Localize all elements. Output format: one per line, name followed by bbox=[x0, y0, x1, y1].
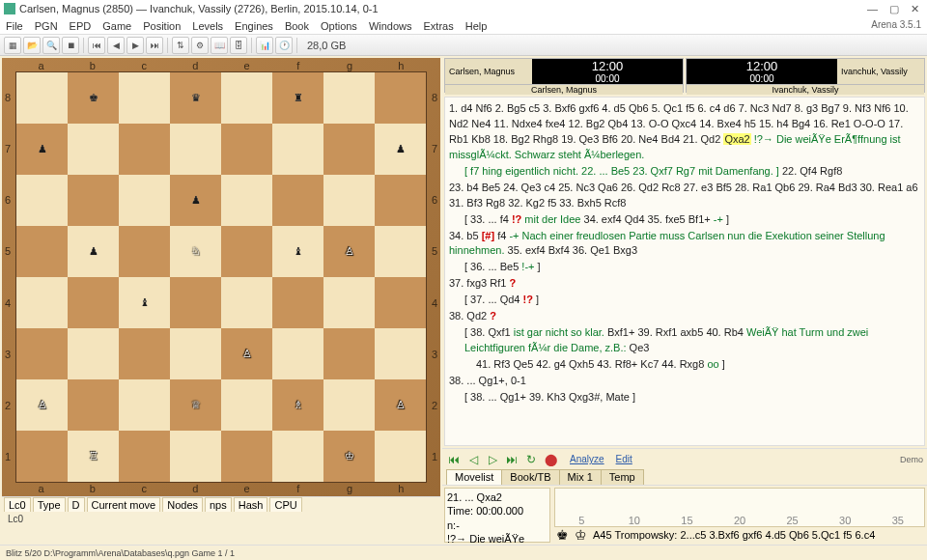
square[interactable]: ♝ bbox=[272, 226, 323, 277]
move-text[interactable]: ] bbox=[533, 294, 539, 305]
move-text[interactable]: 37. fxg3 Rf1 bbox=[449, 277, 509, 289]
chessboard[interactable]: abcdefgh abcdefgh 87654321 87654321 ♚♛♜♟… bbox=[2, 58, 440, 496]
square[interactable] bbox=[68, 379, 119, 431]
square[interactable] bbox=[119, 124, 170, 175]
move-text[interactable]: 38. ... Qg1+, 0-1 bbox=[449, 375, 526, 386]
square[interactable] bbox=[119, 431, 170, 482]
menu-options[interactable]: Options bbox=[321, 20, 357, 32]
square[interactable] bbox=[272, 431, 323, 482]
square[interactable]: ♙ bbox=[16, 379, 68, 431]
square[interactable] bbox=[68, 328, 119, 379]
square[interactable] bbox=[16, 328, 68, 379]
nav-play-icon[interactable]: ⬤ bbox=[543, 452, 558, 467]
tb-db-icon[interactable]: 🗄 bbox=[230, 37, 247, 54]
square[interactable] bbox=[119, 328, 170, 379]
square[interactable]: ♟ bbox=[375, 124, 426, 175]
square[interactable]: ♟ bbox=[170, 175, 221, 226]
square[interactable] bbox=[375, 277, 426, 328]
tb-prev-icon[interactable]: ◀ bbox=[107, 37, 125, 54]
board-grid[interactable]: ♚♛♜♟♟♟♟♘♝♙♝♙♙♕♗♙♖♔ bbox=[15, 71, 427, 483]
move-text[interactable]: ] bbox=[719, 358, 725, 370]
square[interactable] bbox=[170, 124, 221, 175]
square[interactable] bbox=[68, 124, 119, 175]
move-text[interactable]: !-+ bbox=[521, 261, 534, 272]
square[interactable] bbox=[221, 431, 272, 482]
square[interactable]: ♙ bbox=[221, 328, 272, 379]
square[interactable] bbox=[119, 226, 170, 277]
square[interactable] bbox=[375, 226, 426, 277]
tb-stop-icon[interactable]: ⏹ bbox=[62, 37, 79, 54]
square[interactable] bbox=[272, 277, 323, 328]
move-text[interactable]: 38. Qd2 bbox=[449, 310, 490, 322]
square[interactable] bbox=[170, 277, 221, 328]
menu-file[interactable]: File bbox=[6, 20, 23, 32]
square[interactable]: ♕ bbox=[170, 379, 221, 431]
tb-last-icon[interactable]: ⏭ bbox=[146, 37, 163, 54]
tab-movelist[interactable]: Movelist bbox=[446, 469, 502, 485]
square[interactable] bbox=[119, 175, 170, 226]
square[interactable] bbox=[221, 277, 272, 328]
square[interactable] bbox=[16, 226, 68, 277]
square[interactable]: ♙ bbox=[375, 379, 426, 431]
menu-windows[interactable]: Windows bbox=[369, 20, 412, 32]
move-text[interactable]: f4 bbox=[494, 230, 509, 241]
square[interactable] bbox=[375, 431, 426, 482]
move-text[interactable]: !? bbox=[523, 294, 533, 305]
move-text[interactable]: ] bbox=[534, 261, 540, 272]
tb-flip-icon[interactable]: ⇅ bbox=[172, 37, 189, 54]
move-text[interactable]: [ 38. Qxf1 bbox=[464, 326, 514, 338]
square[interactable]: ♚ bbox=[68, 72, 119, 124]
square[interactable] bbox=[323, 175, 375, 226]
square[interactable] bbox=[323, 379, 375, 431]
tab-temp[interactable]: Temp bbox=[601, 469, 644, 485]
move-text[interactable]: ist gar nicht so klar. bbox=[514, 326, 604, 338]
tb-clock-icon[interactable]: 🕐 bbox=[275, 37, 293, 54]
move-text[interactable]: [ f7 hing eigentlich nicht. 22. ... Be5 … bbox=[464, 165, 779, 177]
menu-extras[interactable]: Extras bbox=[424, 20, 454, 32]
square[interactable]: ♙ bbox=[323, 226, 375, 277]
move-text[interactable]: Bxf1+ 39. Rxf1 axb5 40. Rb4 bbox=[604, 326, 746, 338]
move-text[interactable]: 35. exf4 Bxf4 36. Qe1 Bxg3 bbox=[505, 244, 638, 256]
move-list[interactable]: 1. d4 Nf6 2. Bg5 c5 3. Bxf6 gxf6 4. d5 Q… bbox=[444, 97, 925, 446]
move-text[interactable]: [ 38. ... Qg1+ 39. Kh3 Qxg3#, Mate ] bbox=[464, 391, 635, 403]
menu-levels[interactable]: Levels bbox=[192, 20, 223, 32]
tb-open-icon[interactable]: 📂 bbox=[23, 37, 41, 54]
square[interactable] bbox=[375, 175, 426, 226]
square[interactable]: ♟ bbox=[16, 124, 68, 175]
minimize-icon[interactable]: — bbox=[867, 3, 878, 15]
square[interactable]: ♟ bbox=[68, 226, 119, 277]
square[interactable] bbox=[16, 175, 68, 226]
square[interactable] bbox=[323, 72, 375, 124]
move-text[interactable]: [ 33. ... f4 bbox=[464, 213, 512, 225]
move-text[interactable]: 34. exf4 Qd4 35. fxe5 Bf1+ bbox=[580, 213, 713, 225]
move-text[interactable]: oo bbox=[707, 358, 718, 370]
square[interactable] bbox=[272, 124, 323, 175]
tb-chart-icon[interactable]: 📊 bbox=[256, 37, 273, 54]
menu-pgn[interactable]: PGN bbox=[35, 20, 58, 32]
move-text[interactable]: [#] bbox=[482, 230, 494, 241]
square[interactable] bbox=[68, 277, 119, 328]
tb-next-icon[interactable]: ▶ bbox=[126, 37, 144, 54]
move-text[interactable]: 41. Rf3 Qe5 42. g4 Qxh5 43. Rf8+ Kc7 44.… bbox=[476, 358, 707, 370]
move-text[interactable]: 22. Qf4 Rgf8 bbox=[779, 165, 842, 177]
square[interactable] bbox=[323, 277, 375, 328]
move-text[interactable]: ? bbox=[490, 310, 496, 322]
square[interactable]: ♘ bbox=[170, 226, 221, 277]
timeline[interactable]: 5101520253035 bbox=[554, 488, 925, 527]
move-text[interactable]: [ 37. ... Qd4 bbox=[464, 294, 523, 305]
edit-link[interactable]: Edit bbox=[616, 454, 632, 464]
square[interactable]: ♝ bbox=[119, 277, 170, 328]
analyze-link[interactable]: Analyze bbox=[570, 454, 604, 464]
tb-new-icon[interactable]: ▦ bbox=[4, 37, 21, 54]
nav-first-icon[interactable]: ⏮ bbox=[446, 452, 462, 467]
square[interactable] bbox=[375, 72, 426, 124]
square[interactable] bbox=[170, 328, 221, 379]
square[interactable]: ♖ bbox=[68, 431, 119, 482]
move-text[interactable]: 23. b4 Be5 24. Qe3 c4 25. Nc3 Qa6 26. Qd… bbox=[449, 182, 918, 209]
move-text[interactable]: ? bbox=[509, 277, 516, 289]
square[interactable] bbox=[221, 226, 272, 277]
square[interactable]: ♛ bbox=[170, 72, 221, 124]
square[interactable] bbox=[68, 175, 119, 226]
move-text[interactable]: mit der Idee bbox=[521, 213, 580, 225]
square[interactable] bbox=[375, 328, 426, 379]
